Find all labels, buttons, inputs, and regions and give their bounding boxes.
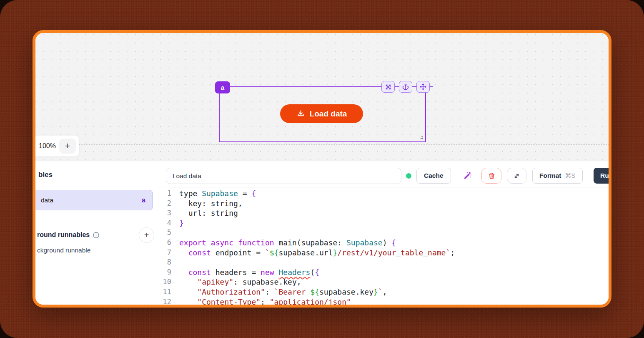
line-number: 8 [162,257,171,267]
line-number: 6 [162,238,171,248]
runnables-sidebar: bles data a round runnables + ckgroun [35,161,162,305]
move-component-button[interactable] [416,81,430,93]
code-line[interactable]: 11 "Authorization": `Bearer ${supabase.k… [162,287,609,297]
runnable-item-label: data [41,197,53,204]
line-number: 10 [162,277,171,287]
line-number: 7 [162,248,171,258]
app-canvas[interactable]: a [35,33,609,161]
runnable-editor: Cache [162,161,609,305]
component-id-badge: a [215,81,230,93]
background-runnables-heading-label: round runnables [37,231,90,239]
line-number: 4 [162,218,171,228]
line-number: 3 [162,208,171,218]
add-background-runnable-button[interactable]: + [139,227,154,243]
background-runnables-heading: round runnables [37,231,100,239]
load-data-label: Load data [310,109,347,119]
load-data-button[interactable]: Load data [280,104,363,123]
zoom-level: 100% [39,142,56,150]
expand-icon [385,84,391,90]
code-line[interactable]: 9 const headers = new Headers({ [162,267,609,277]
run-button[interactable]: Run [594,168,611,184]
editor-toolbar: Cache [162,161,609,187]
desktop-background: a [0,0,644,338]
move-icon [420,83,426,90]
code-line[interactable]: 4} [162,218,609,228]
runnables-heading: bles [38,171,53,179]
expand-component-button[interactable] [381,81,395,93]
download-icon [296,109,305,118]
expand-editor-button[interactable] [507,168,526,184]
format-button[interactable]: Format ⌘S [532,168,583,184]
runnable-item-data[interactable]: data a [33,190,153,210]
anchor-icon [402,83,409,90]
code-editor[interactable]: 1type Supabase = {2 key: string,3 url: s… [162,187,609,305]
format-label: Format [539,172,561,179]
zoom-control: 100% + [35,136,79,156]
line-number: 12 [162,297,171,305]
line-number: 11 [162,287,171,297]
code-line[interactable]: 8 [162,257,609,267]
background-runnable-item[interactable]: ckground runnable [37,247,90,254]
canvas-page-break-line [35,144,609,145]
code-line[interactable]: 6export async function main(supabase: Su… [162,238,609,248]
resize-handle[interactable] [419,135,423,140]
zoom-in-button[interactable]: + [59,139,76,154]
line-number: 5 [162,228,171,238]
code-line[interactable]: 1type Supabase = { [162,189,609,199]
magic-wand-button[interactable] [459,168,474,183]
magic-wand-icon [462,170,473,181]
line-number: 1 [162,189,171,199]
line-number: 2 [162,199,171,209]
bottom-panel: bles data a round runnables + ckgroun [35,161,609,305]
selected-component[interactable]: a [219,86,426,142]
expand-diagonal-icon [513,172,520,179]
app-window: a [33,30,611,308]
code-line[interactable]: 12 "Content-Type": "application/json" [162,297,609,305]
code-line[interactable]: 5 [162,228,609,238]
component-controls [381,81,430,93]
trash-icon [488,172,496,180]
cache-button[interactable]: Cache [416,168,451,184]
info-icon [93,232,100,239]
format-shortcut: ⌘S [565,172,576,179]
anchor-component-button[interactable] [399,81,412,93]
code-line[interactable]: 3 url: string [162,208,609,218]
delete-button[interactable] [481,168,501,184]
line-number: 9 [162,267,171,277]
runnable-item-badge: a [142,196,145,204]
status-dot [406,173,411,179]
code-line[interactable]: 2 key: string, [162,199,609,209]
code-line[interactable]: 10 "apikey": supabase.key, [162,277,609,287]
code-line[interactable]: 7 const endpoint = `${supabase.url}/rest… [162,248,609,258]
runnable-name-input[interactable] [166,168,401,184]
